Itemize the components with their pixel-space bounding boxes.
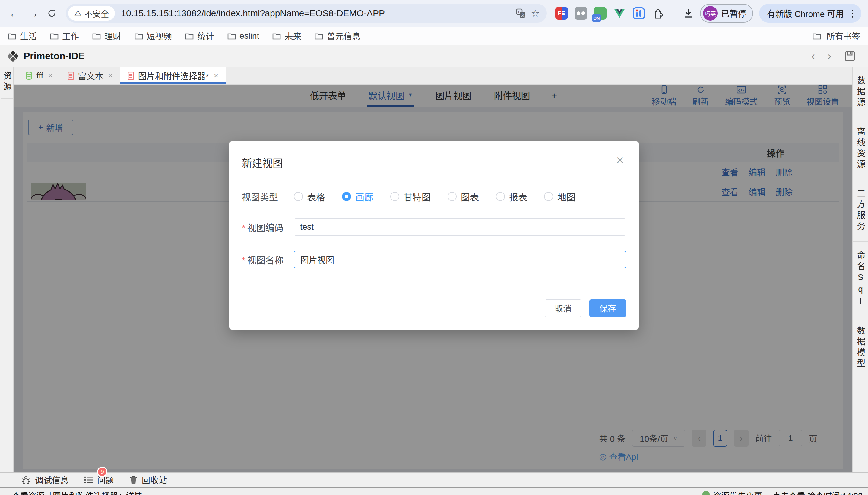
rail-item-named-sql[interactable]: 命名Sql (853, 242, 868, 317)
folder-icon (185, 32, 194, 40)
folder-icon (135, 32, 143, 40)
radio-chart[interactable]: 图表 (447, 190, 479, 203)
ide-titlebar: Primeton-IDE ‹ › (0, 45, 868, 67)
bookmark-item[interactable]: 工作 (50, 30, 79, 42)
radio-icon (294, 192, 303, 201)
save-icon[interactable] (844, 50, 856, 62)
left-rail: 资源 (0, 67, 14, 472)
document-icon (67, 71, 74, 80)
view-type-label: 视图类型 (242, 190, 294, 203)
reload-icon (47, 8, 57, 18)
reload-button[interactable] (44, 5, 60, 21)
radio-icon (544, 192, 553, 201)
close-icon[interactable]: × (48, 71, 52, 80)
recycle-bin-button[interactable]: 回收站 (129, 474, 167, 486)
bookmark-item[interactable]: 普元信息 (315, 30, 360, 42)
new-view-dialog: 新建视图 ✕ 视图类型 表格 画廊 甘特图 图表 报表 (229, 141, 639, 329)
view-name-input[interactable] (294, 251, 626, 268)
status-right[interactable]: 资源发生变更， 点击查看 检查时间:14:32 (703, 488, 863, 495)
doc-tab-richtext[interactable]: 富文本 × (60, 67, 120, 84)
primeton-logo (7, 50, 19, 63)
bookmark-item[interactable]: 短视频 (135, 30, 172, 42)
extension-vue-icon[interactable] (613, 7, 626, 20)
problems-count-badge: 9 (97, 467, 107, 477)
bookmark-item[interactable]: 未来 (272, 30, 301, 42)
debug-bug-icon (22, 475, 31, 485)
extensions-row: FE ON (553, 7, 697, 20)
translate-icon[interactable]: G文 (514, 6, 528, 20)
doc-tab-fff[interactable]: fff × (18, 67, 60, 84)
radio-gantt[interactable]: 甘特图 (390, 190, 431, 203)
security-chip[interactable]: ⚠ 不安全 (68, 6, 115, 20)
folder-icon (315, 32, 323, 40)
bookmark-item[interactable]: 统计 (185, 30, 214, 42)
folder-icon (8, 32, 16, 40)
bookmark-item[interactable]: 理财 (92, 30, 121, 42)
downloads-icon[interactable] (682, 7, 695, 20)
warning-icon: ⚠ (74, 8, 82, 18)
rail-item-offline-resources[interactable]: 离线资源 (853, 118, 868, 180)
radio-icon (390, 192, 399, 201)
view-name-label: *视图名称 (242, 253, 294, 266)
toolbar-divider (673, 7, 673, 19)
bookmark-star-icon[interactable]: ☆ (528, 6, 543, 20)
security-label: 不安全 (85, 7, 109, 19)
extension-fe-icon[interactable]: FE (555, 7, 568, 20)
right-rail: 数据源 离线资源 三方服务 命名Sql 数据模型 (852, 67, 868, 472)
ide-title: Primeton-IDE (23, 50, 85, 62)
folder-icon (813, 32, 821, 40)
list-icon (84, 475, 93, 484)
cancel-button[interactable]: 取消 (545, 300, 582, 317)
radio-table[interactable]: 表格 (294, 190, 325, 203)
extension-on-icon[interactable]: ON (594, 7, 606, 20)
bookmark-item[interactable]: eslint (227, 31, 259, 41)
browser-menu-icon[interactable]: ⋮ (848, 8, 857, 19)
document-tabs: fff × 富文本 × 图片和附件选择器* × (14, 67, 852, 85)
url-text[interactable]: 10.15.15.151:13082/ide/index.html?appNam… (121, 8, 514, 18)
chrome-update-button[interactable]: 有新版 Chrome 可用 ⋮ (759, 4, 861, 23)
dialog-title: 新建视图 (242, 155, 283, 170)
browser-toolbar: ← → ⚠ 不安全 10.15.15.151:13082/ide/index.h… (0, 0, 868, 27)
extensions-puzzle-icon[interactable] (652, 7, 665, 20)
close-icon[interactable]: × (108, 71, 113, 80)
folder-icon (272, 32, 281, 40)
extension-ic-icon[interactable] (633, 7, 645, 20)
view-code-input[interactable] (294, 218, 626, 236)
status-left[interactable]: 查看资源「图片和附件选择器」详情 (12, 488, 142, 495)
radio-report[interactable]: 报表 (496, 190, 527, 203)
trash-icon (129, 475, 138, 485)
folder-icon (227, 32, 236, 40)
omnibox[interactable]: ⚠ 不安全 10.15.15.151:13082/ide/index.html?… (66, 4, 547, 23)
view-code-label: *视图编码 (242, 220, 294, 234)
change-dot-icon (703, 491, 710, 495)
profile-status: 已暂停 (721, 7, 746, 19)
debug-info-button[interactable]: 调试信息 (22, 474, 69, 486)
bottom-toolbar: 调试信息 问题 9 回收站 (0, 472, 868, 487)
radio-icon (447, 192, 457, 201)
all-bookmarks[interactable]: 所有书签 (803, 30, 860, 42)
folder-icon (92, 32, 101, 40)
svg-text:文: 文 (521, 13, 525, 17)
history-back-icon[interactable]: ‹ (811, 50, 815, 63)
radio-map[interactable]: 地图 (544, 190, 575, 203)
doc-tab-image-attachment-picker[interactable]: 图片和附件选择器* × (120, 67, 226, 84)
radio-checked-icon (342, 192, 351, 201)
profile-pill[interactable]: 巧英 已暂停 (700, 4, 753, 23)
status-bar: 查看资源「图片和附件选择器」详情 资源发生变更， 点击查看 检查时间:14:32 (0, 487, 868, 495)
bookmark-item[interactable]: 生活 (8, 30, 37, 42)
back-button[interactable]: ← (7, 5, 22, 21)
view-type-radio-group: 表格 画廊 甘特图 图表 报表 地图 (294, 190, 575, 203)
radio-gallery[interactable]: 画廊 (342, 190, 373, 203)
rail-item-datasource[interactable]: 数据源 (853, 67, 868, 118)
extension-gray-icon[interactable] (574, 7, 587, 20)
forward-button[interactable]: → (25, 5, 41, 21)
save-button[interactable]: 保存 (589, 300, 626, 317)
history-forward-icon[interactable]: › (828, 50, 831, 63)
profile-avatar[interactable]: 巧英 (703, 6, 718, 20)
problems-button[interactable]: 问题 9 (84, 474, 114, 486)
rail-item-data-model[interactable]: 数据模型 (853, 317, 868, 379)
rail-item-resources[interactable]: 资源 (1, 71, 13, 99)
close-icon[interactable]: × (214, 71, 218, 80)
rail-item-thirdparty-services[interactable]: 三方服务 (853, 180, 868, 242)
dialog-close-icon[interactable]: ✕ (614, 155, 626, 166)
